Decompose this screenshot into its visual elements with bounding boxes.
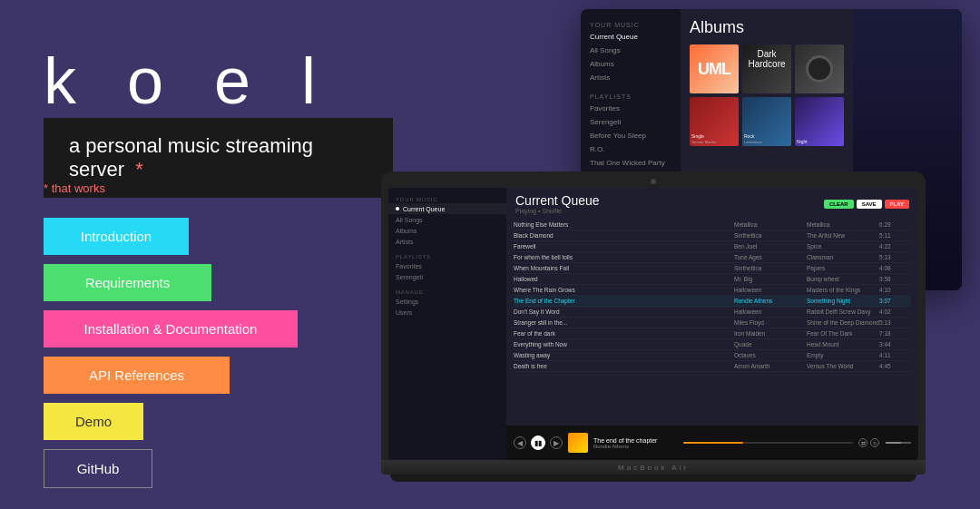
player-controls: ◀ ▮▮ ▶ [514,436,563,450]
queue-title: Current Queue [515,193,600,208]
requirements-button[interactable]: Requirements [44,264,211,301]
table-row: Farewell Ben Joel Spice 4:22 [514,241,911,252]
play-pause-button[interactable]: ▮▮ [531,436,545,450]
song-duration: 5:13 [879,319,911,326]
song-title: Everything with Now [514,341,734,347]
table-row: Hallowed Mr. Big Bump wheel 3:58 [514,274,911,285]
song-artist: Quade [734,341,807,347]
monitor-section-label: YOUR MUSIC [581,16,681,30]
song-duration: 4:08 [879,265,911,271]
player-track-info: The end of the chapter Rondie Athens [593,437,678,449]
table-row: For whom the bell tolls Tune Ages Clansm… [514,252,911,263]
song-title: Death is free [514,363,734,369]
installation-button[interactable]: Installation & Documentation [44,310,298,347]
song-album: Masters of the Kings [807,287,879,293]
song-artist: Amon Amarth [734,363,807,369]
table-row: Where The Rain Grows Halloween Masters o… [514,285,911,296]
song-album: Empty [807,352,879,358]
shuffle-button[interactable]: ⇄ [858,438,867,447]
monitor-page-title: Albums [690,18,844,37]
queue-subtitle: Playing • Shuffle [515,208,600,214]
albums-grid: UML DarkHardcore SingleTanrran Manller R… [690,44,844,146]
song-title: Don't Say It Word [514,308,734,315]
repeat-button[interactable]: ↻ [870,438,879,447]
album-card: DarkHardcore [742,44,791,93]
song-title: Hallowed [514,276,734,282]
volume-slider[interactable] [886,442,911,444]
api-button[interactable]: API References [44,357,230,394]
monitor-sidebar-item: Serengeti [581,115,681,129]
song-artist: Mr. Big [734,276,807,282]
clear-button[interactable]: CLEAR [824,200,854,209]
laptop-sidebar: YOUR MUSIC Current Queue All Songs Album… [388,188,506,460]
table-row: Stranger still in the... Miles Floyd Shi… [514,318,911,328]
song-title: Wasting away [514,352,734,358]
album-card: Night [795,97,844,146]
song-album: Rabbit Delft Screw Davy [807,308,879,315]
song-artist: Octaves [734,352,807,358]
song-album: Metallica [807,221,879,228]
monitor-sidebar-item: All Songs [581,44,681,57]
save-button[interactable]: SAVE [857,200,882,209]
asterisk-note: * that works [44,181,105,195]
song-title: Farewell [514,243,734,250]
monitor-sidebar-item: Albums [581,57,681,71]
laptop-bottom [390,475,916,482]
song-title: The End of the Chapter [514,298,734,304]
ls-section-label: PLAYLISTS [388,250,506,260]
player-right-controls: ⇄ ↻ [858,438,911,447]
song-artist: Tune Ages [734,254,807,260]
song-album: The Artist New [807,232,879,239]
song-artist: Rondie Athens [734,298,807,304]
laptop-screen-outer: YOUR MUSIC Current Queue All Songs Album… [381,171,926,460]
table-row: Death is free Amon Amarth Versus The Wor… [514,361,911,372]
album-card: RockLadventure [742,97,791,146]
monitor-section-label: PLAYLISTS [581,88,681,102]
demo-button[interactable]: Demo [44,403,143,440]
prev-button[interactable]: ◀ [514,436,526,449]
song-album: Clansman [807,254,879,260]
album-card [795,44,844,93]
introduction-button[interactable]: Introduction [44,218,189,255]
table-row-active: The End of the Chapter Rondie Athens Som… [514,296,911,307]
song-album: Bump wheel [807,276,879,282]
monitor-sidebar-item: Favorites [581,102,681,115]
song-artist: Halloween [734,308,807,315]
song-title: Nothing Else Matters [514,221,734,228]
brand-title: k o e l [44,44,332,118]
player-artist: Rondie Athens [593,444,678,449]
monitor-sidebar-item: Artists [581,71,681,84]
ls-item-users: Users [388,307,506,318]
github-button[interactable]: GitHub [44,449,152,488]
laptop-topbar: Current Queue Playing • Shuffle CLEAR SA… [506,188,918,220]
song-artist: Metallica [734,221,807,228]
table-row: When Mountains Fall Sinthettica Papers 4… [514,263,911,274]
song-duration: 4:02 [879,308,911,315]
song-artist: Iron Maiden [734,330,807,337]
table-row: Everything with Now Quade Head Mount 3:4… [514,339,911,350]
player-progress-bar[interactable] [683,442,853,444]
table-row: Don't Say It Word Halloween Rabbit Delft… [514,307,911,318]
song-title: Stranger still in the... [514,319,734,326]
player-track-name: The end of the chapter [593,437,678,444]
song-album: Shine of the Deep Diamond [807,319,879,326]
ls-item-settings: Settings [388,296,506,307]
song-duration: 5:13 [879,254,911,260]
song-title: Black Diamond [514,232,734,239]
song-duration: 3:58 [879,276,911,282]
song-album: Papers [807,265,879,271]
player-album-art [568,433,588,453]
ls-item-songs: All Songs [388,214,506,225]
right-panel: YOUR MUSIC Current Queue All Songs Album… [345,0,980,509]
song-artist: Halloween [734,287,807,293]
macbook-label: MacBook Air [618,464,689,472]
table-row: Black Diamond Sinthettica The Artist New… [514,230,911,241]
next-button[interactable]: ▶ [550,436,563,449]
play-button[interactable]: PLAY [885,200,909,209]
laptop-main: Current Queue Playing • Shuffle CLEAR SA… [506,188,918,460]
song-artist: Sinthettica [734,265,807,271]
song-duration: 4:45 [879,363,911,369]
song-list: Nothing Else Matters Metallica Metallica… [506,220,918,426]
asterisk-symbol: * [44,181,52,195]
ls-item-favorites: Favorites [388,260,506,271]
